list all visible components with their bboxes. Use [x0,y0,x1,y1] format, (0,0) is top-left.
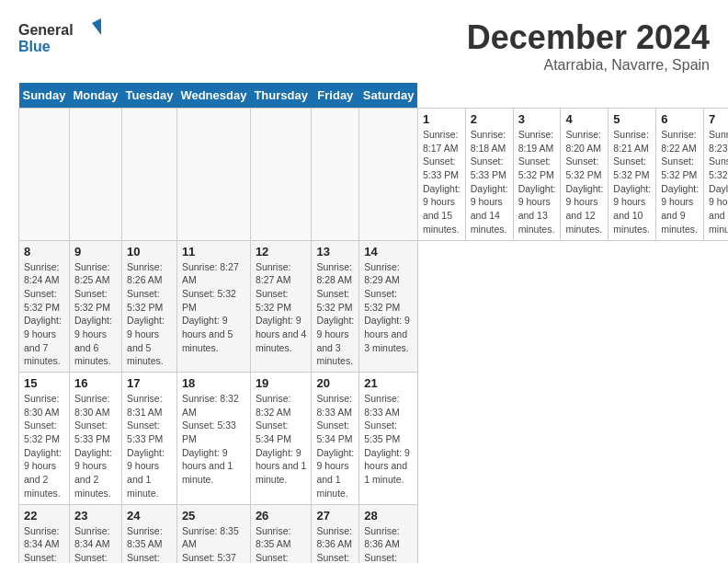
table-row: 21Sunrise: 8:33 AMSunset: 5:35 PMDayligh… [359,373,418,505]
svg-text:General: General [18,22,74,38]
day-number: 3 [518,112,556,126]
calendar-table: Sunday Monday Tuesday Wednesday Thursday… [18,83,728,563]
table-row: 8Sunrise: 8:24 AMSunset: 5:32 PMDaylight… [19,240,70,373]
table-row: 23Sunrise: 8:34 AMSunset: 5:36 PMDayligh… [69,504,121,563]
day-detail: Sunrise: 8:20 AMSunset: 5:32 PMDaylight:… [565,128,603,236]
table-row: 22Sunrise: 8:34 AMSunset: 5:35 PMDayligh… [19,504,70,563]
table-row: 7Sunrise: 8:23 AMSunset: 5:32 PMDaylight… [704,109,728,241]
day-detail: Sunrise: 8:27 AMSunset: 5:32 PMDaylight:… [256,260,307,355]
day-detail: Sunrise: 8:28 AMSunset: 5:32 PMDaylight:… [316,260,354,369]
calendar-week-3: 15Sunrise: 8:30 AMSunset: 5:32 PMDayligh… [19,373,729,505]
table-row: 19Sunrise: 8:32 AMSunset: 5:34 PMDayligh… [250,373,312,505]
table-row: 9Sunrise: 8:25 AMSunset: 5:32 PMDaylight… [69,240,121,373]
day-detail: Sunrise: 8:19 AMSunset: 5:32 PMDaylight:… [518,128,556,236]
day-detail: Sunrise: 8:29 AMSunset: 5:32 PMDaylight:… [364,260,413,355]
day-number: 5 [613,112,651,126]
table-row [122,109,177,241]
table-row: 11Sunrise: 8:27 AMSunset: 5:32 PMDayligh… [176,240,250,373]
day-number: 15 [24,376,64,390]
col-thursday: Thursday [250,83,312,109]
day-detail: Sunrise: 8:35 AMSunset: 5:36 PMDaylight:… [127,524,172,564]
day-number: 20 [316,376,354,390]
table-row: 14Sunrise: 8:29 AMSunset: 5:32 PMDayligh… [359,240,418,373]
day-number: 7 [709,112,728,126]
day-detail: Sunrise: 8:25 AMSunset: 5:32 PMDaylight:… [74,260,117,369]
day-number: 19 [256,376,307,390]
table-row: 2Sunrise: 8:18 AMSunset: 5:33 PMDaylight… [465,109,513,241]
day-detail: Sunrise: 8:31 AMSunset: 5:33 PMDaylight:… [127,392,172,500]
day-number: 13 [316,245,354,259]
day-detail: Sunrise: 8:24 AMSunset: 5:32 PMDaylight:… [24,260,64,369]
page-header: General Blue December 2024 Atarrabia, Na… [18,18,710,74]
col-sunday: Sunday [19,83,70,109]
table-row [312,109,359,241]
table-row: 5Sunrise: 8:21 AMSunset: 5:32 PMDaylight… [609,109,656,241]
day-number: 10 [127,245,172,259]
calendar-header: Sunday Monday Tuesday Wednesday Thursday… [19,83,729,109]
col-saturday: Saturday [359,83,418,109]
day-number: 26 [256,509,307,523]
day-detail: Sunrise: 8:26 AMSunset: 5:32 PMDaylight:… [127,260,172,369]
calendar-week-1: 1Sunrise: 8:17 AMSunset: 5:33 PMDaylight… [19,109,729,241]
table-row: 4Sunrise: 8:20 AMSunset: 5:32 PMDaylight… [561,109,609,241]
day-number: 25 [182,509,245,523]
col-wednesday: Wednesday [176,83,250,109]
table-row [250,109,312,241]
day-number: 14 [364,245,413,259]
day-number: 18 [182,376,245,390]
calendar-week-2: 8Sunrise: 8:24 AMSunset: 5:32 PMDaylight… [19,240,729,373]
day-number: 22 [24,509,64,523]
table-row: 16Sunrise: 8:30 AMSunset: 5:33 PMDayligh… [69,373,121,505]
table-row [69,109,121,241]
table-row: 25Sunrise: 8:35 AMSunset: 5:37 PMDayligh… [176,504,250,563]
table-row: 6Sunrise: 8:22 AMSunset: 5:32 PMDaylight… [656,109,704,241]
day-detail: Sunrise: 8:34 AMSunset: 5:35 PMDaylight:… [24,524,64,564]
day-detail: Sunrise: 8:34 AMSunset: 5:36 PMDaylight:… [74,524,117,564]
day-detail: Sunrise: 8:18 AMSunset: 5:33 PMDaylight:… [471,128,508,236]
table-row: 18Sunrise: 8:32 AMSunset: 5:33 PMDayligh… [176,373,250,505]
logo: General Blue [18,18,101,55]
calendar-body: 1Sunrise: 8:17 AMSunset: 5:33 PMDaylight… [19,109,729,564]
svg-text:Blue: Blue [18,39,51,54]
day-detail: Sunrise: 8:17 AMSunset: 5:33 PMDaylight:… [423,128,461,236]
day-detail: Sunrise: 8:33 AMSunset: 5:34 PMDaylight:… [316,392,354,500]
table-row: 26Sunrise: 8:35 AMSunset: 5:37 PMDayligh… [250,504,312,563]
day-number: 4 [565,112,603,126]
day-detail: Sunrise: 8:27 AMSunset: 5:32 PMDaylight:… [182,260,245,355]
day-number: 9 [74,245,117,259]
table-row [19,109,70,241]
title-block: December 2024 Atarrabia, Navarre, Spain [467,18,710,74]
day-number: 2 [471,112,508,126]
day-detail: Sunrise: 8:30 AMSunset: 5:32 PMDaylight:… [24,392,64,500]
day-detail: Sunrise: 8:32 AMSunset: 5:34 PMDaylight:… [256,392,307,487]
day-detail: Sunrise: 8:23 AMSunset: 5:32 PMDaylight:… [709,128,728,236]
table-row [359,109,418,241]
table-row: 10Sunrise: 8:26 AMSunset: 5:32 PMDayligh… [122,240,177,373]
table-row: 12Sunrise: 8:27 AMSunset: 5:32 PMDayligh… [250,240,312,373]
table-row: 3Sunrise: 8:19 AMSunset: 5:32 PMDaylight… [513,109,561,241]
day-detail: Sunrise: 8:22 AMSunset: 5:32 PMDaylight:… [661,128,699,236]
day-number: 23 [74,509,117,523]
location: Atarrabia, Navarre, Spain [467,57,710,74]
table-row [176,109,250,241]
table-row: 28Sunrise: 8:36 AMSunset: 5:39 PMDayligh… [359,504,418,563]
table-row: 27Sunrise: 8:36 AMSunset: 5:38 PMDayligh… [312,504,359,563]
day-number: 21 [364,376,413,390]
day-detail: Sunrise: 8:33 AMSunset: 5:35 PMDaylight:… [364,392,413,487]
day-detail: Sunrise: 8:35 AMSunset: 5:37 PMDaylight:… [256,524,307,564]
day-number: 17 [127,376,172,390]
table-row: 15Sunrise: 8:30 AMSunset: 5:32 PMDayligh… [19,373,70,505]
day-number: 28 [364,509,413,523]
day-number: 12 [256,245,307,259]
month-title: December 2024 [467,18,710,57]
table-row: 1Sunrise: 8:17 AMSunset: 5:33 PMDaylight… [417,109,465,241]
day-number: 6 [661,112,699,126]
logo-svg: General Blue [18,18,101,55]
table-row: 13Sunrise: 8:28 AMSunset: 5:32 PMDayligh… [312,240,359,373]
calendar-week-4: 22Sunrise: 8:34 AMSunset: 5:35 PMDayligh… [19,504,729,563]
day-number: 1 [423,112,461,126]
day-number: 11 [182,245,245,259]
day-detail: Sunrise: 8:35 AMSunset: 5:37 PMDaylight:… [182,524,245,564]
day-number: 24 [127,509,172,523]
day-detail: Sunrise: 8:32 AMSunset: 5:33 PMDaylight:… [182,392,245,487]
